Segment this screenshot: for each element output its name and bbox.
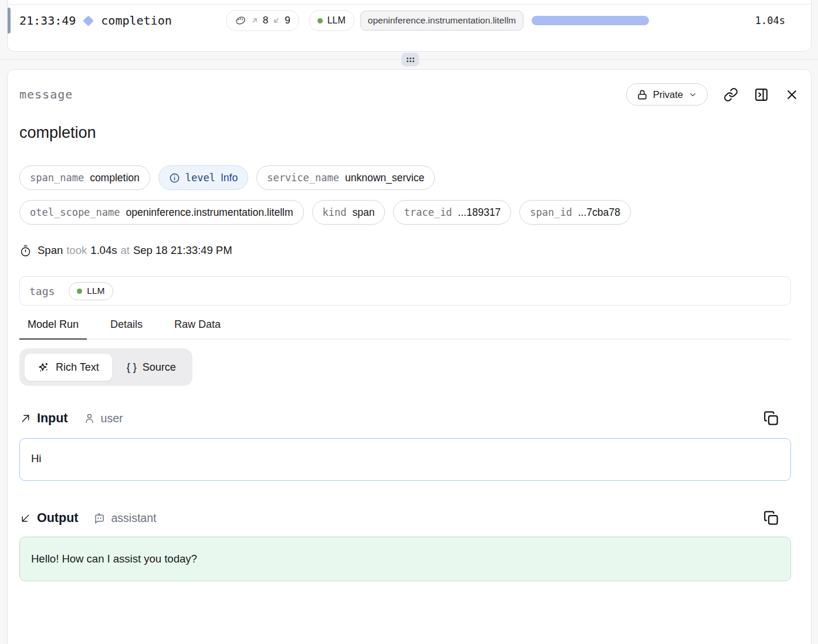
timing-duration: 1.04s — [90, 244, 117, 257]
input-role-label: user — [101, 412, 123, 425]
detail-tabs: Model Run Details Raw Data — [19, 318, 791, 340]
green-dot-icon — [317, 18, 323, 23]
output-token-count: 9 — [285, 15, 290, 26]
badge-value: span — [353, 206, 375, 219]
output-content: Hello! How can I assist you today? — [31, 553, 197, 565]
copy-icon — [763, 510, 779, 526]
badge-value: ...189317 — [458, 206, 501, 219]
page-title: completion — [19, 124, 799, 142]
link-icon — [724, 87, 738, 102]
stopwatch-icon — [19, 245, 32, 257]
token-count-badge: 8 9 — [226, 10, 299, 31]
input-section-header: Input user — [19, 411, 779, 426]
privacy-label: Private — [653, 89, 683, 100]
otel-scope-chip: openinference.instrumentation.litellm — [360, 11, 523, 30]
previous-row-partial — [8, 0, 811, 5]
badge-service-name: service_name unknown_service — [256, 165, 435, 190]
badge-trace-id[interactable]: trace_id ...189317 — [393, 200, 511, 225]
observation-type-label: message — [19, 87, 626, 101]
arrow-up-right-icon — [19, 412, 32, 425]
panel-header: message Private — [19, 83, 799, 106]
badge-value: unknown_service — [345, 172, 424, 184]
user-icon — [83, 412, 96, 425]
rich-text-label: Rich Text — [56, 361, 99, 374]
badge-key: otel_scope_name — [30, 206, 120, 218]
badge-key: span_name — [30, 172, 84, 184]
drag-handle[interactable] — [401, 53, 419, 66]
open-side-panel-button[interactable] — [754, 87, 769, 102]
copy-input-button[interactable] — [763, 411, 779, 426]
span-type-diamond-icon — [83, 15, 94, 26]
span-timing-line: Span took 1.04s at Sep 18 21:33:49 PM — [19, 244, 799, 257]
badge-key: kind — [323, 206, 347, 218]
arrow-down-left-icon — [19, 512, 32, 524]
badge-key: service_name — [267, 172, 339, 184]
tags-label: tags — [29, 285, 55, 297]
green-dot-icon — [77, 289, 82, 294]
tab-model-run[interactable]: Model Run — [19, 318, 87, 339]
badge-otel-scope-name: otel_scope_name openinference.instrument… — [19, 200, 304, 225]
span-detail-panel: message Private — [7, 69, 812, 644]
arrow-up-right-icon — [251, 16, 259, 25]
chevron-down-icon — [688, 90, 697, 99]
output-section-header: Output assistant — [19, 510, 779, 526]
span-start-time: 21:33:49 — [19, 13, 76, 28]
arrow-down-left-icon — [272, 16, 280, 25]
panel-right-icon — [754, 87, 769, 102]
privacy-dropdown-button[interactable]: Private — [626, 83, 708, 106]
tag-label: LLM — [87, 286, 104, 296]
grip-dots-icon — [407, 57, 414, 62]
tab-raw-data[interactable]: Raw Data — [166, 318, 229, 339]
badge-key: level — [185, 172, 215, 184]
view-mode-toggle: Rich Text { } Source — [19, 348, 192, 386]
span-duration: 1.04s — [755, 15, 785, 26]
badge-value: openinference.instrumentation.litellm — [126, 206, 293, 219]
timing-timestamp: Sep 18 21:33:49 PM — [133, 244, 232, 257]
badge-level: level Info — [158, 165, 248, 190]
llm-tag-badge: LLM — [309, 10, 354, 31]
lock-icon — [637, 89, 648, 100]
source-label: Source — [143, 361, 176, 374]
badge-span-name: span_name completion — [19, 165, 150, 190]
output-section-title: Output — [37, 511, 78, 526]
badge-value: Info — [221, 172, 238, 184]
copy-link-button[interactable] — [724, 87, 738, 102]
timing-at-word: at — [120, 244, 129, 257]
coin-icon — [235, 15, 246, 26]
input-content: Hi — [31, 452, 41, 465]
timing-took-word: took — [66, 244, 87, 257]
info-icon — [169, 172, 180, 184]
input-content-box[interactable]: Hi — [19, 438, 791, 481]
badge-value: ...7cba78 — [578, 206, 620, 219]
attribute-badges: span_name completion level Info service_… — [19, 165, 700, 225]
llm-tag-label: LLM — [327, 15, 346, 26]
input-token-count: 8 — [263, 15, 268, 26]
selected-row-indicator — [8, 8, 11, 33]
span-name-label: completion — [101, 13, 171, 28]
trace-list-card: 21:33:49 completion 8 9 — [7, 0, 812, 52]
source-toggle[interactable]: { } Source — [115, 353, 188, 381]
copy-output-button[interactable] — [763, 510, 779, 526]
close-panel-button[interactable] — [785, 87, 799, 102]
badge-key: trace_id — [404, 206, 452, 218]
output-role-label: assistant — [111, 511, 156, 525]
latency-bar — [532, 16, 649, 25]
badge-key: span_id — [530, 206, 572, 218]
tab-details[interactable]: Details — [102, 318, 151, 339]
output-content-box[interactable]: Hello! How can I assist you today? — [19, 537, 791, 581]
badge-span-id[interactable]: span_id ...7cba78 — [519, 200, 631, 225]
timing-prefix: Span — [38, 244, 63, 257]
robot-icon — [93, 512, 106, 524]
badge-kind: kind span — [312, 200, 386, 225]
tag-pill-llm[interactable]: LLM — [69, 282, 113, 300]
tags-container[interactable]: tags LLM — [19, 276, 791, 306]
span-row-completion[interactable]: 21:33:49 completion 8 9 — [8, 5, 811, 36]
close-icon — [785, 87, 799, 102]
input-section-title: Input — [37, 411, 68, 426]
braces-icon: { } — [127, 361, 137, 374]
sparkles-icon — [38, 361, 50, 374]
copy-icon — [763, 411, 779, 426]
badge-value: completion — [90, 172, 140, 184]
rich-text-toggle[interactable]: Rich Text — [24, 353, 113, 381]
